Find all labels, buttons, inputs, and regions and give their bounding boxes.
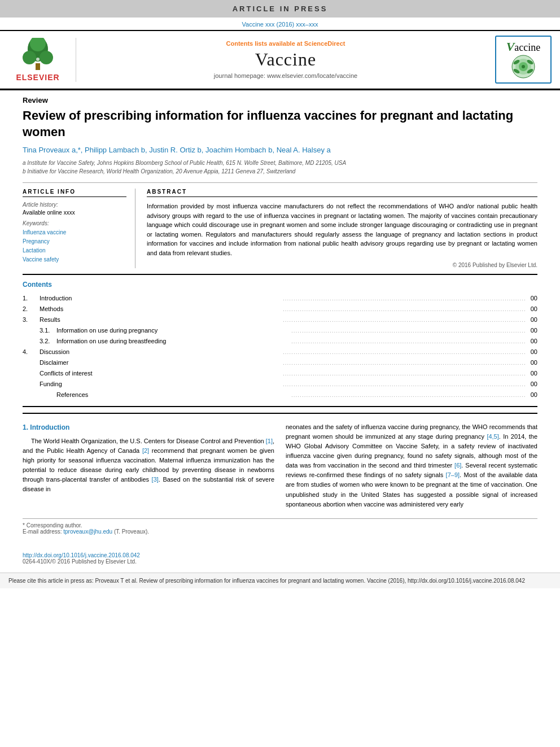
contents-title: Contents [23, 281, 537, 289]
toc-num-4: 4. [23, 347, 40, 357]
affiliations: a Institute for Vaccine Safety, Johns Ho… [23, 159, 537, 176]
toc-label-4: Discussion [40, 347, 281, 357]
vaccine-logo-right: Vaccine [495, 36, 552, 84]
vaccine-logo-title: Vaccine [506, 40, 541, 54]
footer-links-section: http://dx.doi.org/10.1016/j.vaccine.2016… [0, 550, 560, 567]
affiliation-b: b Initiative for Vaccine Research, World… [23, 167, 537, 176]
toc-label-3: Results [40, 314, 281, 325]
sciencedirect-prefix: Contents lists available at [226, 40, 304, 47]
corresponding-note: * Corresponding author. E-mail address: … [23, 518, 537, 535]
toc-page-3-1: 00 [526, 325, 537, 336]
article-info-col: ARTICLE INFO Article history: Available … [23, 189, 135, 268]
ref-3[interactable]: [3] [152, 476, 159, 483]
toc-num-3-1: 3.1. [40, 325, 56, 336]
toc-page-disclaimer: 00 [526, 357, 537, 368]
intro-num: 1. [23, 423, 30, 431]
toc-dots-1: ........................................… [281, 294, 526, 304]
doi-link[interactable]: http://dx.doi.org/10.1016/j.vaccine.2016… [23, 552, 140, 558]
svg-point-2 [23, 51, 36, 64]
elsevier-tree-icon [15, 38, 60, 72]
ref-2[interactable]: [2] [142, 447, 149, 454]
copyright-line: © 2016 Published by Elsevier Ltd. [147, 262, 537, 268]
vaccine-v-letter: V [506, 40, 515, 54]
toc-page-references: 00 [526, 390, 537, 400]
toc-item-4: 4. Discussion ..........................… [23, 347, 537, 357]
keywords-label: Keywords: [23, 220, 126, 226]
keyword-lactation: Lactation [23, 246, 126, 255]
toc-item-3-1: 3.1. Information on use during pregnancy… [40, 325, 537, 336]
toc-dots-disclaimer: ........................................… [281, 358, 526, 368]
ref-1[interactable]: [1] [266, 438, 273, 444]
article-info-heading: ARTICLE INFO [23, 189, 126, 197]
toc-item-conflicts: Conflicts of interest ..................… [23, 368, 537, 379]
toc-dots-funding: ........................................… [281, 379, 526, 390]
ref-4-5[interactable]: [4,5] [487, 433, 498, 440]
abstract-col: ABSTRACT Information provided by most in… [147, 189, 537, 268]
history-label: Article history: [23, 202, 126, 208]
main-content: Review Review of prescribing information… [0, 89, 560, 547]
ref-7-9[interactable]: [7–9] [446, 471, 460, 478]
journal-homepage: journal homepage: www.elsevier.com/locat… [85, 72, 487, 79]
ref-6[interactable]: [6] [454, 462, 461, 469]
elsevier-logo: ELSEVIER [8, 38, 76, 82]
toc-dots-3-1: ........................................… [290, 326, 526, 336]
toc-page-1: 00 [526, 293, 537, 304]
journal-header: ELSEVIER Contents lists available at Sci… [0, 30, 560, 89]
toc-num-3-2: 3.2. [40, 336, 56, 347]
toc-dots-2: ........................................… [281, 304, 526, 314]
toc-dots-3: ........................................… [281, 315, 526, 325]
body-col-left: 1. Introduction The World Health Organiz… [23, 422, 274, 513]
toc-label-disclaimer: Disclaimer [40, 357, 281, 368]
info-abstract-section: ARTICLE INFO Article history: Available … [23, 182, 537, 268]
intro-section-title: 1. Introduction [23, 422, 274, 433]
history-value: Available online xxxx [23, 209, 126, 216]
journal-title: Vaccine [85, 49, 487, 70]
toc-num-conflicts [23, 368, 40, 379]
issn-text: 0264-410X/© 2016 Published by Elsevier L… [23, 558, 137, 565]
toc-dots-conflicts: ........................................… [281, 369, 526, 379]
sciencedirect-line: Contents lists available at ScienceDirec… [85, 40, 487, 47]
svg-point-9 [522, 65, 525, 68]
toc-num-3: 3. [23, 314, 40, 325]
toc-num-1: 1. [23, 293, 40, 304]
toc-dots-4: ........................................… [281, 347, 526, 357]
corresponding-email[interactable]: tproveaux@jhu.edu [63, 528, 112, 535]
article-type-label: Review [23, 96, 537, 104]
article-title: Review of prescribing information for in… [23, 108, 537, 140]
toc-page-funding: 00 [526, 379, 537, 390]
toc-label-3-2: Information on use during breastfeeding [56, 336, 290, 347]
toc-item-3: 3. Results .............................… [23, 314, 537, 325]
toc-label-conflicts: Conflicts of interest [40, 368, 281, 379]
intro-title: Introduction [30, 423, 69, 431]
keyword-influenza: Influenza vaccine [23, 228, 126, 237]
footer-note: Please cite this article in press as: Pr… [0, 573, 560, 588]
keyword-pregnancy: Pregnancy [23, 237, 126, 246]
affiliation-a: a Institute for Vaccine Safety, Johns Ho… [23, 159, 537, 167]
email-suffix: (T. Proveaux). [114, 528, 149, 535]
toc-num-references [40, 390, 56, 400]
intro-para1: The World Health Organization, the U.S. … [23, 436, 274, 494]
homepage-prefix: journal homepage: [214, 72, 267, 79]
toc-page-conflicts: 00 [526, 368, 537, 379]
toc-item-funding: Funding ................................… [23, 379, 537, 390]
toc-dots-3-2: ........................................… [290, 337, 526, 347]
body-col-right: neonates and the safety of influenza vac… [286, 422, 537, 513]
toc-item-disclaimer: Disclaimer .............................… [23, 357, 537, 368]
toc-item-1: 1. Introduction ........................… [23, 293, 537, 304]
toc-item-references: References .............................… [40, 390, 537, 400]
authors-text: Tina Proveaux a,*, Philipp Lambach b, Ju… [23, 146, 331, 154]
toc-page-3-2: 00 [526, 336, 537, 347]
toc-label-2: Methods [40, 304, 281, 314]
toc-num-2: 2. [23, 304, 40, 314]
toc-label-references: References [56, 390, 290, 400]
toc-dots-references: ........................................… [290, 390, 526, 400]
banner-text: ARTICLE IN PRESS [233, 5, 328, 13]
page-wrapper: ARTICLE IN PRESS Vaccine xxx (2016) xxx–… [0, 0, 560, 747]
journal-center-info: Contents lists available at ScienceDirec… [85, 40, 487, 79]
homepage-url: www.elsevier.com/locate/vaccine [267, 72, 357, 79]
abstract-text: Information provided by most influenza v… [147, 202, 537, 257]
toc-item-3-2: 3.2. Information on use during breastfee… [40, 336, 537, 347]
doi-text: Vaccine xxx (2016) xxx–xxx [242, 21, 318, 28]
svg-point-5 [36, 58, 40, 61]
svg-rect-0 [36, 63, 40, 70]
